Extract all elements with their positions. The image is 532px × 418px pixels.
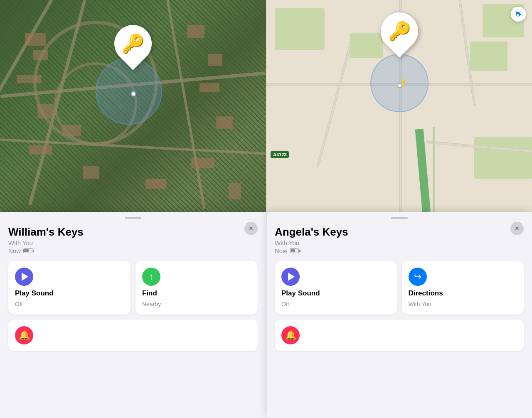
action-grid-left: Play Sound Off ↑ Find Nearby: [8, 261, 258, 315]
find-nearby-icon: ↑: [142, 268, 160, 286]
action-grid-right: Play Sound Off ↪ Directions With You: [275, 261, 524, 315]
play-sound-subtitle-right: Off: [281, 301, 390, 308]
battery-fill: [24, 249, 29, 252]
left-bottom-sheet: × William's Keys With You Now Play Sound…: [0, 212, 266, 418]
key-icon: 🔑: [122, 34, 145, 53]
directions-subtitle: With You: [409, 301, 517, 308]
drag-handle-right[interactable]: [391, 217, 408, 219]
road-map: A4123 🌙 🔑: [266, 0, 532, 212]
close-button-left[interactable]: ×: [244, 222, 258, 235]
play-triangle-icon: [22, 273, 28, 281]
green-area: [275, 8, 325, 50]
notify-card-right[interactable]: 🔔: [275, 320, 524, 351]
battery-tip: [33, 250, 34, 252]
location-pin-left: 🔑: [114, 25, 152, 62]
play-sound-title-left: Play Sound: [15, 289, 124, 298]
left-map: 🔑: [0, 0, 266, 212]
directions-icon: ↪: [409, 268, 427, 286]
pin-dot-right: [397, 83, 402, 88]
pin-bubble: 🔑: [106, 17, 159, 70]
battery-icon-right: [290, 248, 300, 253]
item-time-left: Now: [8, 247, 21, 254]
bell-icon-right: 🔔: [285, 330, 296, 341]
directions-card[interactable]: ↪ Directions With You: [402, 261, 524, 315]
building: [229, 183, 241, 199]
battery-tip-right: [299, 250, 300, 252]
play-sound-card-left[interactable]: Play Sound Off: [8, 261, 131, 315]
find-nearby-card[interactable]: ↑ Find Nearby: [135, 261, 258, 315]
battery-body-right: [290, 248, 299, 253]
building: [25, 33, 46, 46]
play-triangle-icon-right: [288, 273, 295, 281]
turn-arrow-icon: ↪: [414, 271, 421, 282]
drag-handle[interactable]: [125, 217, 141, 219]
notify-icon-right: 🔔: [281, 326, 300, 344]
item-title-left: William's Keys: [8, 226, 258, 239]
road-line-d: [317, 43, 352, 167]
bell-icon-left: 🔔: [19, 330, 30, 341]
location-button[interactable]: [511, 7, 526, 22]
play-sound-icon-left: [15, 268, 33, 286]
item-time-right: Now: [275, 247, 287, 254]
building: [200, 83, 219, 92]
building: [208, 54, 222, 66]
play-sound-icon-right: [281, 268, 300, 286]
key-icon-right: 🔑: [388, 22, 411, 40]
building: [83, 166, 99, 179]
building: [187, 25, 204, 38]
location-pin-right: 🔑: [381, 12, 418, 50]
green-area: [350, 33, 383, 58]
directions-title: Directions: [409, 289, 517, 298]
green-area: [470, 42, 507, 71]
pin-dot: [131, 91, 136, 96]
building: [29, 145, 52, 155]
location-arrow-icon: [515, 10, 522, 18]
battery-body: [23, 248, 32, 253]
item-title-right: Angela's Keys: [275, 226, 524, 239]
green-road: [433, 127, 435, 212]
find-subtitle: Nearby: [142, 301, 251, 308]
green-area: [474, 137, 532, 179]
notify-card-left[interactable]: 🔔: [8, 320, 258, 351]
play-sound-subtitle-left: Off: [15, 301, 124, 308]
left-panel: 🔑 × William's Keys With You Now: [0, 0, 266, 418]
right-bottom-sheet: × Angela's Keys With You Now Play Sound …: [266, 212, 532, 418]
pin-bubble-right: 🔑: [373, 5, 426, 57]
time-row-left: Now: [8, 247, 258, 254]
find-title: Find: [142, 289, 251, 298]
play-sound-card-right[interactable]: Play Sound Off: [275, 261, 397, 315]
building: [191, 158, 214, 168]
item-subtitle-right: With You: [275, 239, 524, 246]
right-panel: A4123 🌙 🔑: [266, 0, 532, 418]
battery-icon-left: [23, 248, 34, 253]
play-sound-title-right: Play Sound: [281, 289, 390, 298]
arrow-up-icon: ↑: [149, 271, 154, 282]
time-row-right: Now: [275, 247, 524, 254]
item-subtitle-left: With You: [8, 239, 258, 246]
accuracy-circle: [96, 58, 162, 125]
battery-fill-right: [291, 249, 295, 252]
close-button-right[interactable]: ×: [510, 222, 524, 235]
building: [216, 116, 233, 129]
building: [145, 179, 166, 189]
right-map: A4123 🌙 🔑: [266, 0, 532, 212]
road-label: A4123: [271, 151, 289, 158]
notify-icon-left: 🔔: [15, 326, 33, 344]
satellite-map: 🔑: [0, 0, 266, 212]
